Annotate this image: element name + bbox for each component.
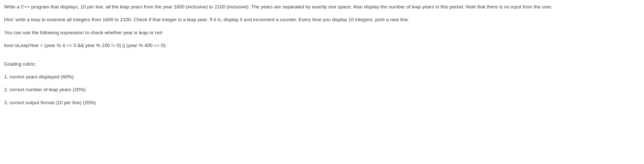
rubric-item-1: 1. correct years displayed (60%) xyxy=(4,73,640,81)
rubric-heading: Grading rubric: xyxy=(4,60,640,68)
hint-text: Hint: write a loop to examine all intege… xyxy=(4,16,640,24)
problem-statement: Write a C++ program that displays, 10 pe… xyxy=(4,3,640,11)
section-spacer xyxy=(4,55,640,60)
code-expression: bool isLeapYear = (year % 4 == 0 && year… xyxy=(4,42,640,49)
expression-intro: You can use the following expression to … xyxy=(4,29,640,37)
rubric-item-2: 2. correct number of leap years (20%) xyxy=(4,86,640,93)
rubric-item-3: 3. correct output format (10 per line) (… xyxy=(4,99,640,107)
